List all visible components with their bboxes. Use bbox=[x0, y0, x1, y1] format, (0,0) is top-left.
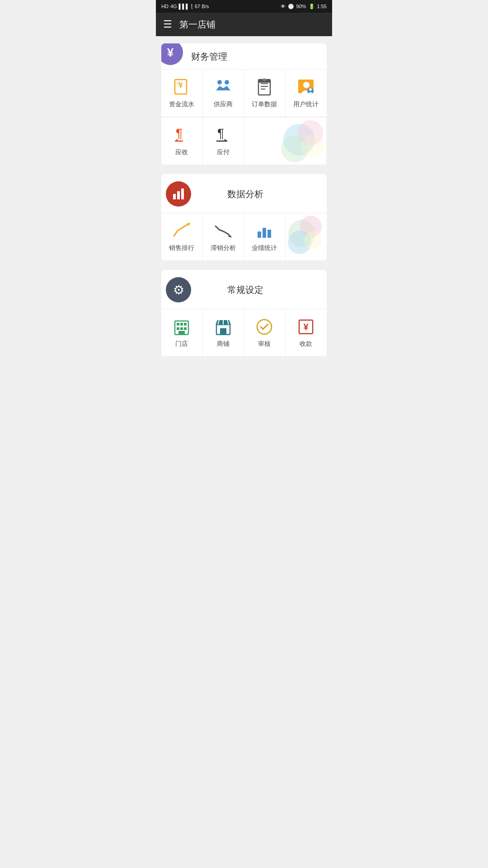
payable-icon: ¶ bbox=[214, 126, 233, 145]
menu-item-payable[interactable]: ¶ 应付 bbox=[203, 118, 244, 165]
nav-bar: ☰ 第一店铺 bbox=[156, 13, 332, 36]
finance-icon-circle: ¥ bbox=[161, 43, 183, 65]
svg-rect-42 bbox=[184, 323, 187, 326]
slow-moving-label: 滞销分析 bbox=[211, 244, 236, 252]
menu-item-user-stats[interactable]: 用户统计 bbox=[286, 70, 327, 117]
svg-point-16 bbox=[309, 92, 312, 95]
menu-item-receivable[interactable]: ¶ 应收 bbox=[161, 118, 203, 165]
settings-section: ⚙ 常规设定 门店 bbox=[161, 270, 327, 357]
analytics-icon bbox=[171, 187, 186, 201]
wifi-icon: ⌊̈ bbox=[191, 4, 193, 9]
svg-point-15 bbox=[309, 88, 312, 91]
svg-rect-48 bbox=[220, 328, 226, 335]
sales-rank-icon bbox=[172, 222, 191, 241]
svg-rect-41 bbox=[180, 323, 183, 326]
menu-item-review[interactable]: 审核 bbox=[244, 309, 286, 357]
alarm-icon: 🕐 bbox=[288, 4, 294, 9]
settings-header: ⚙ 常规设定 bbox=[161, 277, 327, 309]
svg-rect-2 bbox=[177, 81, 180, 85]
receivable-label: 应收 bbox=[175, 148, 188, 156]
shop-icon bbox=[214, 317, 233, 336]
nav-title: 第一店铺 bbox=[179, 19, 216, 31]
finance-title: 财务管理 bbox=[191, 51, 227, 63]
menu-item-cash-flow[interactable]: ¥ 资金流水 bbox=[161, 70, 203, 117]
store-building-icon bbox=[172, 317, 191, 336]
svg-text:¶: ¶ bbox=[217, 126, 224, 140]
svg-rect-43 bbox=[177, 327, 179, 330]
svg-point-4 bbox=[225, 80, 229, 85]
clock: 1:55 bbox=[317, 4, 327, 9]
menu-item-sales-rank[interactable]: 销售排行 bbox=[161, 213, 203, 261]
analytics-decoration bbox=[286, 213, 327, 261]
analytics-header: 数据分析 bbox=[161, 181, 327, 213]
svg-rect-29 bbox=[181, 189, 184, 199]
menu-item-shop[interactable]: 商铺 bbox=[203, 309, 244, 357]
performance-icon bbox=[255, 222, 274, 241]
slow-moving-icon bbox=[214, 222, 233, 241]
finance-row2: ¶ 应收 ¶ 应付 bbox=[161, 117, 327, 165]
hd-indicator: HD bbox=[161, 4, 169, 9]
payable-label: 应付 bbox=[217, 148, 230, 156]
svg-point-26 bbox=[301, 135, 324, 158]
receivable-icon: ¶ bbox=[172, 126, 191, 145]
svg-rect-45 bbox=[184, 327, 187, 330]
analytics-section: 数据分析 销售排行 滞销分析 bbox=[161, 174, 327, 261]
finance-decoration bbox=[244, 118, 327, 165]
battery-percent: 90% bbox=[296, 4, 306, 9]
svg-rect-28 bbox=[177, 191, 180, 199]
svg-rect-34 bbox=[267, 230, 271, 238]
finance-icon: ¥ bbox=[167, 46, 174, 60]
finance-header: ¥ 财务管理 bbox=[161, 51, 327, 69]
menu-item-order[interactable]: 订单数据 bbox=[244, 70, 286, 117]
settings-grid: 门店 商铺 bbox=[161, 309, 327, 357]
review-icon bbox=[255, 317, 274, 336]
user-stats-icon bbox=[296, 78, 315, 97]
menu-item-store[interactable]: 门店 bbox=[161, 309, 203, 357]
svg-point-10 bbox=[263, 78, 266, 81]
finance-section: ¥ 财务管理 ¥ 资金流水 bbox=[161, 43, 327, 165]
store-label: 门店 bbox=[175, 340, 188, 348]
network-indicator: 4G bbox=[170, 4, 177, 9]
shop-label: 商铺 bbox=[217, 340, 230, 348]
order-icon bbox=[255, 78, 274, 97]
menu-item-supplier[interactable]: 供应商 bbox=[203, 70, 244, 117]
supplier-icon bbox=[214, 78, 233, 97]
finance-blob-decoration bbox=[267, 118, 326, 165]
menu-icon[interactable]: ☰ bbox=[163, 19, 172, 30]
supplier-label: 供应商 bbox=[214, 100, 233, 108]
battery-icon: 🔋 bbox=[309, 4, 315, 9]
settings-icon-circle: ⚙ bbox=[166, 277, 191, 302]
svg-point-12 bbox=[303, 82, 310, 88]
eye-icon: 👁 bbox=[281, 4, 286, 9]
cash-flow-icon: ¥ bbox=[172, 78, 191, 97]
svg-rect-44 bbox=[180, 327, 183, 330]
review-label: 审核 bbox=[258, 340, 271, 348]
menu-item-performance[interactable]: 业绩统计 bbox=[244, 213, 286, 261]
svg-rect-33 bbox=[263, 228, 266, 238]
status-right: 👁 🕐 90% 🔋 1:55 bbox=[281, 4, 327, 9]
analytics-title: 数据分析 bbox=[227, 188, 263, 200]
settings-title: 常规设定 bbox=[227, 284, 263, 296]
signal-bars: ▌▌▌ bbox=[179, 4, 189, 9]
svg-rect-32 bbox=[258, 231, 261, 238]
user-stats-label: 用户统计 bbox=[293, 100, 319, 108]
sales-rank-label: 销售排行 bbox=[169, 244, 194, 252]
svg-rect-40 bbox=[177, 323, 179, 326]
menu-item-slow-moving[interactable]: 滞销分析 bbox=[203, 213, 244, 261]
main-content: ¥ 财务管理 ¥ 资金流水 bbox=[156, 36, 332, 364]
svg-text:¶: ¶ bbox=[176, 126, 183, 140]
cash-flow-label: 资金流水 bbox=[169, 100, 194, 108]
menu-item-payment[interactable]: ¥ 收款 bbox=[286, 309, 327, 357]
status-left: HD 4G ▌▌▌ ⌊̈ 67 B/s bbox=[161, 4, 209, 9]
svg-rect-27 bbox=[173, 194, 176, 199]
svg-point-3 bbox=[217, 80, 222, 85]
svg-point-38 bbox=[304, 231, 322, 249]
performance-label: 业绩统计 bbox=[252, 244, 277, 252]
analytics-grid: 销售排行 滞销分析 业绩统计 bbox=[161, 213, 327, 261]
svg-text:¥: ¥ bbox=[304, 322, 309, 332]
svg-rect-46 bbox=[178, 331, 185, 335]
analytics-icon-circle bbox=[166, 181, 191, 207]
order-label: 订单数据 bbox=[252, 100, 277, 108]
finance-row1: ¥ 资金流水 供应商 bbox=[161, 69, 327, 117]
status-bar: HD 4G ▌▌▌ ⌊̈ 67 B/s 👁 🕐 90% 🔋 1:55 bbox=[156, 0, 332, 13]
